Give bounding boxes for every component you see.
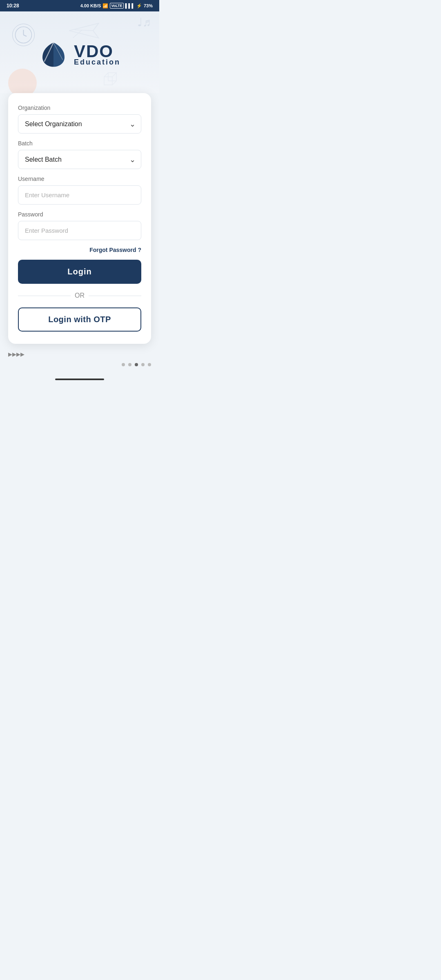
username-input[interactable] [18, 185, 141, 205]
or-line-right [89, 296, 141, 296]
forgot-password-row: Forgot Password ? [18, 247, 141, 253]
dot-4 [141, 363, 145, 366]
lte-icon: VoLTE [110, 3, 123, 9]
logo-vdo: VDO [74, 43, 120, 60]
status-icons: 4.00 KB/S 📶 VoLTE ▌▌▌ ⚡ 73% [80, 3, 153, 9]
username-field-group: Username [18, 176, 141, 205]
or-line-left [18, 296, 71, 296]
or-text: OR [75, 292, 85, 299]
signal-icon: ▌▌▌ [125, 3, 135, 8]
clock-deco [12, 24, 35, 46]
dot-3 [135, 363, 138, 366]
organization-dropdown-wrapper[interactable]: Select Organization ⌄ [18, 114, 141, 134]
svg-line-4 [24, 35, 27, 37]
svg-line-0 [75, 30, 93, 31]
password-input[interactable] [18, 221, 141, 240]
home-indicator [55, 379, 104, 380]
bottom-area: ▶▶▶▶ [0, 344, 159, 379]
password-label: Password [18, 211, 141, 218]
batch-dropdown-wrapper[interactable]: Select Batch ⌄ [18, 150, 141, 169]
svg-line-1 [73, 30, 82, 38]
battery-level: 73% [144, 3, 153, 8]
play-arrows: ▶▶▶▶ [8, 351, 151, 357]
plane-deco [67, 20, 104, 42]
dot-1 [122, 363, 125, 366]
music-deco: ♩♬ [137, 16, 151, 29]
svg-line-8 [112, 73, 116, 77]
forgot-password-link[interactable]: Forgot Password ? [89, 247, 141, 253]
status-time: 10:28 [7, 3, 19, 9]
cube-deco [102, 71, 118, 87]
or-divider: OR [18, 292, 141, 299]
dot-5 [148, 363, 151, 366]
hero-area: ♩♬ VDO Education [0, 11, 159, 93]
pagination-dots [8, 363, 151, 366]
login-button[interactable]: Login [18, 260, 141, 284]
organization-label: Organization [18, 105, 141, 111]
username-label: Username [18, 176, 141, 182]
batch-select[interactable]: Select Batch [18, 150, 141, 169]
logo-icon [39, 40, 68, 69]
blob-deco [8, 69, 37, 93]
logo-area: VDO Education [39, 40, 120, 69]
logo-text: VDO Education [74, 43, 120, 66]
bottom-nav-bar [0, 379, 159, 387]
login-card: Organization Select Organization ⌄ Batch… [8, 93, 151, 344]
batch-field-group: Batch Select Batch ⌄ [18, 140, 141, 169]
otp-login-button[interactable]: Login with OTP [18, 307, 141, 332]
wifi-icon: 📶 [102, 3, 108, 9]
svg-line-7 [104, 73, 108, 77]
battery-icon: ⚡ [136, 3, 142, 9]
dot-2 [128, 363, 131, 366]
data-speed: 4.00 KB/S [80, 3, 101, 8]
password-field-group: Password [18, 211, 141, 240]
organization-field-group: Organization Select Organization ⌄ [18, 105, 141, 134]
organization-select[interactable]: Select Organization [18, 114, 141, 134]
logo-education: Education [74, 58, 120, 66]
batch-label: Batch [18, 140, 141, 147]
status-bar: 10:28 4.00 KB/S 📶 VoLTE ▌▌▌ ⚡ 73% [0, 0, 159, 11]
svg-line-9 [112, 81, 116, 85]
